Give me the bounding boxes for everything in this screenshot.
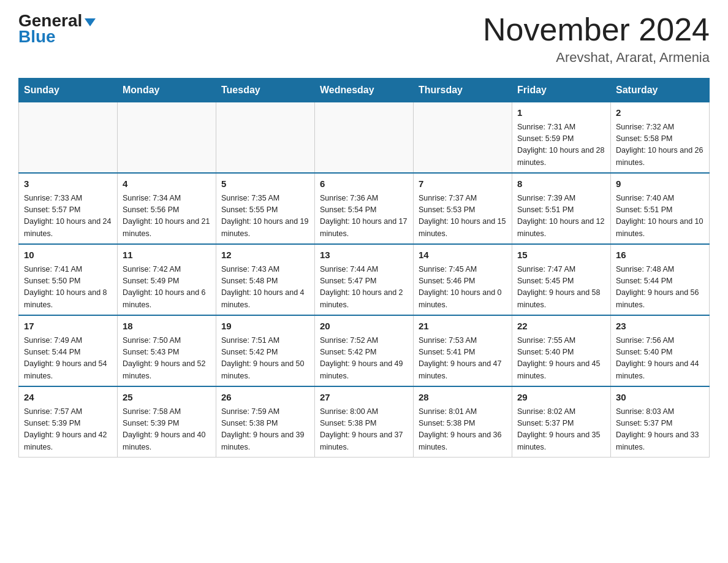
calendar-cell: 7Sunrise: 7:37 AM Sunset: 5:53 PM Daylig… [414, 173, 512, 244]
day-info: Sunrise: 7:55 AM Sunset: 5:40 PM Dayligh… [517, 335, 605, 383]
day-info: Sunrise: 7:44 AM Sunset: 5:47 PM Dayligh… [320, 264, 408, 312]
calendar-cell: 17Sunrise: 7:49 AM Sunset: 5:44 PM Dayli… [19, 315, 118, 386]
calendar-cell [414, 102, 512, 174]
calendar-cell: 4Sunrise: 7:34 AM Sunset: 5:56 PM Daylig… [118, 173, 216, 244]
calendar-cell: 18Sunrise: 7:50 AM Sunset: 5:43 PM Dayli… [118, 315, 216, 386]
day-number: 30 [616, 391, 704, 405]
calendar-cell: 22Sunrise: 7:55 AM Sunset: 5:40 PM Dayli… [512, 315, 611, 386]
calendar-cell: 8Sunrise: 7:39 AM Sunset: 5:51 PM Daylig… [512, 173, 611, 244]
calendar-cell: 25Sunrise: 7:58 AM Sunset: 5:39 PM Dayli… [118, 386, 216, 458]
calendar-cell: 9Sunrise: 7:40 AM Sunset: 5:51 PM Daylig… [611, 173, 710, 244]
day-info: Sunrise: 8:02 AM Sunset: 5:37 PM Dayligh… [517, 406, 605, 454]
calendar-cell: 19Sunrise: 7:51 AM Sunset: 5:42 PM Dayli… [216, 315, 315, 386]
day-number: 10 [24, 248, 112, 262]
day-number: 8 [517, 177, 605, 191]
day-number: 13 [320, 248, 408, 262]
day-info: Sunrise: 7:52 AM Sunset: 5:42 PM Dayligh… [320, 335, 408, 383]
day-info: Sunrise: 7:58 AM Sunset: 5:39 PM Dayligh… [123, 406, 211, 454]
logo: General Blue [18, 12, 96, 47]
day-number: 22 [517, 320, 605, 334]
day-info: Sunrise: 7:42 AM Sunset: 5:49 PM Dayligh… [123, 264, 211, 312]
day-info: Sunrise: 7:47 AM Sunset: 5:45 PM Dayligh… [517, 264, 605, 312]
calendar-cell: 16Sunrise: 7:48 AM Sunset: 5:44 PM Dayli… [611, 244, 710, 315]
calendar-cell: 10Sunrise: 7:41 AM Sunset: 5:50 PM Dayli… [19, 244, 118, 315]
day-info: Sunrise: 7:48 AM Sunset: 5:44 PM Dayligh… [616, 264, 704, 312]
calendar-cell [216, 102, 315, 174]
day-number: 2 [616, 106, 704, 120]
day-number: 12 [221, 248, 309, 262]
day-number: 5 [221, 177, 309, 191]
calendar-cell: 30Sunrise: 8:03 AM Sunset: 5:37 PM Dayli… [611, 386, 710, 458]
day-info: Sunrise: 7:56 AM Sunset: 5:40 PM Dayligh… [616, 335, 704, 383]
day-info: Sunrise: 8:00 AM Sunset: 5:38 PM Dayligh… [320, 406, 408, 454]
day-number: 3 [24, 177, 112, 191]
day-info: Sunrise: 7:51 AM Sunset: 5:42 PM Dayligh… [221, 335, 309, 383]
day-info: Sunrise: 7:33 AM Sunset: 5:57 PM Dayligh… [24, 193, 112, 240]
day-info: Sunrise: 7:35 AM Sunset: 5:55 PM Dayligh… [221, 193, 309, 240]
day-number: 15 [517, 248, 605, 262]
col-header-thursday: Thursday [414, 79, 512, 102]
day-info: Sunrise: 7:50 AM Sunset: 5:43 PM Dayligh… [123, 335, 211, 383]
day-info: Sunrise: 8:01 AM Sunset: 5:38 PM Dayligh… [419, 406, 507, 454]
calendar-cell: 20Sunrise: 7:52 AM Sunset: 5:42 PM Dayli… [315, 315, 414, 386]
day-info: Sunrise: 7:39 AM Sunset: 5:51 PM Dayligh… [517, 193, 605, 240]
day-number: 28 [419, 391, 507, 405]
day-number: 14 [419, 248, 507, 262]
day-info: Sunrise: 7:37 AM Sunset: 5:53 PM Dayligh… [419, 193, 507, 240]
calendar-cell: 11Sunrise: 7:42 AM Sunset: 5:49 PM Dayli… [118, 244, 216, 315]
day-number: 6 [320, 177, 408, 191]
col-header-monday: Monday [118, 79, 216, 102]
day-number: 1 [517, 106, 605, 120]
calendar-week-row: 3Sunrise: 7:33 AM Sunset: 5:57 PM Daylig… [19, 173, 710, 244]
col-header-wednesday: Wednesday [315, 79, 414, 102]
day-number: 11 [123, 248, 211, 262]
day-info: Sunrise: 8:03 AM Sunset: 5:37 PM Dayligh… [616, 406, 704, 454]
col-header-sunday: Sunday [19, 79, 118, 102]
calendar-cell: 5Sunrise: 7:35 AM Sunset: 5:55 PM Daylig… [216, 173, 315, 244]
header: General Blue November 2024 Arevshat, Ara… [18, 12, 710, 66]
calendar-week-row: 10Sunrise: 7:41 AM Sunset: 5:50 PM Dayli… [19, 244, 710, 315]
day-info: Sunrise: 7:59 AM Sunset: 5:38 PM Dayligh… [221, 406, 309, 454]
col-header-friday: Friday [512, 79, 611, 102]
day-number: 25 [123, 391, 211, 405]
day-number: 18 [123, 320, 211, 334]
day-info: Sunrise: 7:32 AM Sunset: 5:58 PM Dayligh… [616, 121, 704, 169]
calendar-week-row: 17Sunrise: 7:49 AM Sunset: 5:44 PM Dayli… [19, 315, 710, 386]
day-info: Sunrise: 7:57 AM Sunset: 5:39 PM Dayligh… [24, 406, 112, 454]
calendar-cell [315, 102, 414, 174]
day-number: 20 [320, 320, 408, 334]
month-title: November 2024 [483, 12, 710, 47]
logo-blue: Blue [18, 27, 56, 47]
day-number: 19 [221, 320, 309, 334]
day-number: 24 [24, 391, 112, 405]
calendar-cell: 2Sunrise: 7:32 AM Sunset: 5:58 PM Daylig… [611, 102, 710, 174]
day-info: Sunrise: 7:45 AM Sunset: 5:46 PM Dayligh… [419, 264, 507, 312]
day-info: Sunrise: 7:53 AM Sunset: 5:41 PM Dayligh… [419, 335, 507, 383]
calendar-header-row: SundayMondayTuesdayWednesdayThursdayFrid… [19, 79, 710, 102]
location-title: Arevshat, Ararat, Armenia [483, 50, 710, 66]
calendar-cell: 26Sunrise: 7:59 AM Sunset: 5:38 PM Dayli… [216, 386, 315, 458]
calendar-cell [118, 102, 216, 174]
day-info: Sunrise: 7:40 AM Sunset: 5:51 PM Dayligh… [616, 193, 704, 240]
day-number: 9 [616, 177, 704, 191]
col-header-tuesday: Tuesday [216, 79, 315, 102]
calendar-cell: 1Sunrise: 7:31 AM Sunset: 5:59 PM Daylig… [512, 102, 611, 174]
day-number: 17 [24, 320, 112, 334]
col-header-saturday: Saturday [611, 79, 710, 102]
title-area: November 2024 Arevshat, Ararat, Armenia [483, 12, 710, 66]
calendar-cell: 12Sunrise: 7:43 AM Sunset: 5:48 PM Dayli… [216, 244, 315, 315]
calendar-cell: 28Sunrise: 8:01 AM Sunset: 5:38 PM Dayli… [414, 386, 512, 458]
calendar-cell: 29Sunrise: 8:02 AM Sunset: 5:37 PM Dayli… [512, 386, 611, 458]
calendar-cell: 15Sunrise: 7:47 AM Sunset: 5:45 PM Dayli… [512, 244, 611, 315]
day-info: Sunrise: 7:49 AM Sunset: 5:44 PM Dayligh… [24, 335, 112, 383]
day-info: Sunrise: 7:36 AM Sunset: 5:54 PM Dayligh… [320, 193, 408, 240]
calendar-week-row: 1Sunrise: 7:31 AM Sunset: 5:59 PM Daylig… [19, 102, 710, 174]
calendar-cell: 24Sunrise: 7:57 AM Sunset: 5:39 PM Dayli… [19, 386, 118, 458]
day-number: 26 [221, 391, 309, 405]
day-number: 16 [616, 248, 704, 262]
calendar-cell: 21Sunrise: 7:53 AM Sunset: 5:41 PM Dayli… [414, 315, 512, 386]
day-info: Sunrise: 7:43 AM Sunset: 5:48 PM Dayligh… [221, 264, 309, 312]
day-number: 7 [419, 177, 507, 191]
calendar-table: SundayMondayTuesdayWednesdayThursdayFrid… [18, 78, 710, 458]
calendar-cell: 6Sunrise: 7:36 AM Sunset: 5:54 PM Daylig… [315, 173, 414, 244]
